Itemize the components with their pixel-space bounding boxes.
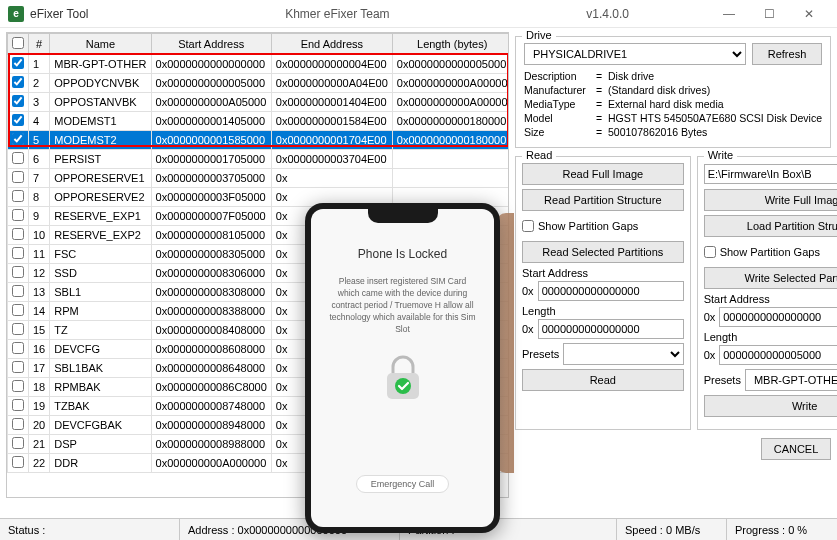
emergency-call-button: Emergency Call [356, 475, 450, 493]
drive-group: Drive PHYSICALDRIVE1 Refresh Description… [515, 36, 831, 148]
row-checkbox[interactable] [12, 361, 24, 373]
row-start: 0x0000000003705000 [151, 169, 271, 188]
row-num: 5 [29, 131, 50, 150]
row-checkbox[interactable] [12, 342, 24, 354]
row-start: 0x0000000008608000 [151, 340, 271, 359]
row-num: 15 [29, 321, 50, 340]
col-end[interactable]: End Address [271, 34, 392, 55]
table-row[interactable]: 1MBR-GPT-OTHER0x00000000000000000x000000… [8, 55, 510, 74]
write-selected-partitions-button[interactable]: Write Selected Partitions [704, 267, 837, 289]
table-row[interactable]: 3OPPOSTANVBK0x0000000000A050000x00000000… [8, 93, 510, 112]
row-num: 8 [29, 188, 50, 207]
row-num: 3 [29, 93, 50, 112]
row-num: 18 [29, 378, 50, 397]
write-length-label: Length [704, 331, 837, 343]
select-all-checkbox[interactable] [12, 37, 24, 49]
row-checkbox[interactable] [12, 133, 24, 145]
row-checkbox[interactable] [12, 209, 24, 221]
row-num: 16 [29, 340, 50, 359]
row-name: RESERVE_EXP2 [50, 226, 151, 245]
close-button[interactable]: ✕ [789, 0, 829, 28]
row-checkbox[interactable] [12, 437, 24, 449]
write-title: Write [704, 149, 737, 161]
team-label: Khmer eFixer Team [88, 7, 586, 21]
row-end: 0x0000000001704E00 [271, 131, 392, 150]
row-checkbox[interactable] [12, 304, 24, 316]
drive-select[interactable]: PHYSICALDRIVE1 [524, 43, 746, 65]
row-name: OPPORESERVE1 [50, 169, 151, 188]
row-name: MBR-GPT-OTHER [50, 55, 151, 74]
col-start[interactable]: Start Address [151, 34, 271, 55]
table-row[interactable]: 5MODEMST20x00000000015850000x00000000017… [8, 131, 510, 150]
write-show-gaps-label: Show Partition Gaps [720, 246, 820, 258]
phone-lock-title: Phone Is Locked [358, 247, 447, 261]
row-num: 20 [29, 416, 50, 435]
app-title: eFixer Tool [30, 7, 88, 21]
phone-lock-message: Please insert registered SIM Card which … [311, 275, 494, 335]
row-len [392, 150, 509, 169]
row-checkbox[interactable] [12, 247, 24, 259]
write-full-image-button[interactable]: Write Full Image [704, 189, 837, 211]
row-checkbox[interactable] [12, 76, 24, 88]
right-panel: Drive PHYSICALDRIVE1 Refresh Description… [515, 32, 831, 498]
row-start: 0x0000000008648000 [151, 359, 271, 378]
write-path-input[interactable] [704, 164, 837, 184]
read-partition-structure-button[interactable]: Read Partition Structure [522, 189, 684, 211]
read-button[interactable]: Read [522, 369, 684, 391]
read-preset-select[interactable] [563, 343, 683, 365]
load-partition-structure-button[interactable]: Load Partition Structure [704, 215, 837, 237]
row-checkbox[interactable] [12, 323, 24, 335]
row-checkbox[interactable] [12, 114, 24, 126]
cancel-button[interactable]: CANCEL [761, 438, 831, 460]
row-checkbox[interactable] [12, 152, 24, 164]
row-name: TZBAK [50, 397, 151, 416]
table-row[interactable]: 7OPPORESERVE10x00000000037050000x [8, 169, 510, 188]
row-name: SBL1BAK [50, 359, 151, 378]
row-checkbox[interactable] [12, 456, 24, 468]
row-start: 0x0000000008408000 [151, 321, 271, 340]
table-row[interactable]: 2OPPODYCNVBK0x00000000000050000x00000000… [8, 74, 510, 93]
write-show-gaps-checkbox[interactable] [704, 246, 716, 258]
row-checkbox[interactable] [12, 380, 24, 392]
row-start: 0x0000000000A05000 [151, 93, 271, 112]
row-checkbox[interactable] [12, 418, 24, 430]
row-num: 11 [29, 245, 50, 264]
read-full-image-button[interactable]: Read Full Image [522, 163, 684, 185]
row-num: 19 [29, 397, 50, 416]
row-checkbox[interactable] [12, 266, 24, 278]
col-len[interactable]: Length (bytes) [392, 34, 509, 55]
read-length-input[interactable] [538, 319, 684, 339]
row-checkbox[interactable] [12, 285, 24, 297]
status-speed: Speed : 0 MB/s [617, 519, 727, 540]
row-start: 0x0000000001405000 [151, 112, 271, 131]
row-checkbox[interactable] [12, 228, 24, 240]
write-preset-select[interactable]: MBR-GPT-OTHER [745, 369, 837, 391]
phone-mockup-overlay: Phone Is Locked Please insert registered… [305, 203, 500, 533]
row-checkbox[interactable] [12, 171, 24, 183]
row-name: MODEMST1 [50, 112, 151, 131]
row-start: 0x0000000001705000 [151, 150, 271, 169]
read-show-gaps-checkbox[interactable] [522, 220, 534, 232]
row-len: 0x0000000000A00000 [392, 74, 509, 93]
row-start: 0x0000000007F05000 [151, 207, 271, 226]
col-name[interactable]: Name [50, 34, 151, 55]
row-checkbox[interactable] [12, 399, 24, 411]
row-end: 0x0000000001584E00 [271, 112, 392, 131]
col-num[interactable]: # [29, 34, 50, 55]
write-button[interactable]: Write [704, 395, 837, 417]
row-checkbox[interactable] [12, 95, 24, 107]
minimize-button[interactable]: — [709, 0, 749, 28]
refresh-button[interactable]: Refresh [752, 43, 822, 65]
read-selected-partitions-button[interactable]: Read Selected Partitions [522, 241, 684, 263]
write-presets-label: Presets [704, 374, 741, 386]
maximize-button[interactable]: ☐ [749, 0, 789, 28]
table-row[interactable]: 4MODEMST10x00000000014050000x00000000015… [8, 112, 510, 131]
read-start-input[interactable] [538, 281, 684, 301]
row-start: 0x0000000003F05000 [151, 188, 271, 207]
table-row[interactable]: 6PERSIST0x00000000017050000x000000000370… [8, 150, 510, 169]
row-checkbox[interactable] [12, 57, 24, 69]
read-show-gaps-label: Show Partition Gaps [538, 220, 638, 232]
write-start-input[interactable] [719, 307, 837, 327]
write-length-input[interactable] [719, 345, 837, 365]
row-checkbox[interactable] [12, 190, 24, 202]
